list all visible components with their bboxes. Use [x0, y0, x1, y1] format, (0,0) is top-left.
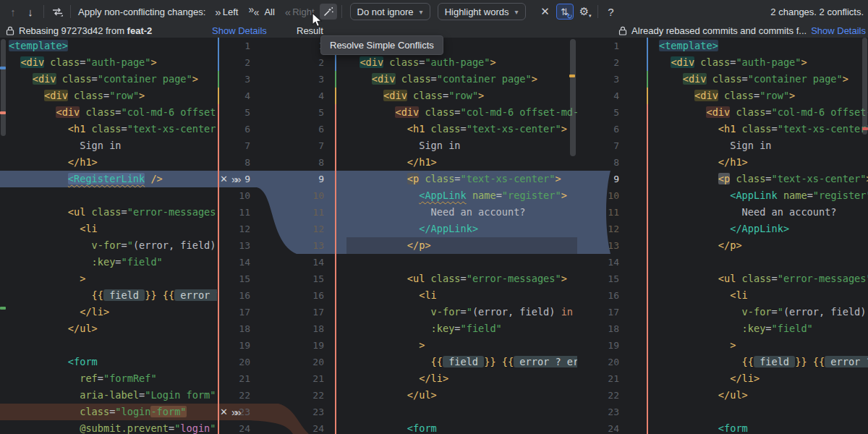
code-line[interactable]: Need an account?	[346, 204, 577, 221]
code-line[interactable]: {{ field }} {{ error ? error.join(', ') …	[346, 354, 577, 370]
code-line[interactable]: <ul class="error-messages">	[346, 271, 577, 287]
help-button[interactable]: ?	[603, 4, 620, 20]
code-line[interactable]: <h1 class="text-xs-center">	[651, 121, 868, 137]
change-tick[interactable]	[0, 111, 6, 114]
code-line[interactable]	[0, 187, 217, 204]
scrollbar-thumb[interactable]	[570, 39, 576, 156]
code-line[interactable]: <li	[651, 287, 868, 304]
result-editor-pane[interactable]: <template> <div class="auth-page"> <div …	[346, 38, 577, 434]
code-line[interactable]: <div class="auth-page">	[346, 54, 577, 71]
code-line[interactable]: </p>	[651, 237, 868, 254]
next-change-button[interactable]: ↓	[22, 4, 39, 20]
code-line[interactable]: <div class="container page">	[346, 71, 577, 88]
code-line[interactable]: <form	[346, 420, 577, 434]
code-line[interactable]: </p>	[346, 237, 577, 254]
code-line[interactable]: <form	[651, 420, 868, 434]
code-line[interactable]: aria-label="Login form"	[0, 387, 217, 404]
code-line[interactable]	[651, 404, 868, 420]
code-line[interactable]: Sign in	[0, 137, 217, 154]
code-line[interactable]: <template>	[0, 38, 217, 54]
code-line[interactable]: <ul class="error-messages">	[651, 271, 868, 287]
code-line[interactable]: </h1>	[0, 154, 217, 171]
code-line[interactable]: >	[346, 337, 577, 354]
apply-change-button[interactable]: »»	[231, 173, 242, 185]
code-line[interactable]: :key="field"	[0, 254, 217, 271]
right-scrollbar[interactable]	[862, 38, 868, 434]
code-line[interactable]: <div class="row">	[346, 88, 577, 104]
code-line[interactable]: ref="formRef"	[0, 370, 217, 387]
code-line[interactable]: <div class="row">	[0, 88, 217, 104]
result-scrollbar[interactable]	[569, 38, 576, 434]
change-tick[interactable]	[0, 67, 6, 69]
warning-tick[interactable]	[569, 75, 575, 77]
synchronize-scrolling-button[interactable]: ⇅ ↻	[556, 4, 574, 20]
code-line[interactable]: <div class="col-md-6 offset-md-3 col-xs-…	[346, 104, 577, 121]
previous-change-button[interactable]: ↑	[4, 4, 22, 20]
code-line[interactable]: Sign in	[651, 137, 868, 154]
code-line[interactable]: <div class="auth-page">	[651, 54, 868, 71]
code-line[interactable]: <AppLink name="register">	[651, 187, 868, 204]
apply-all-changes-button[interactable]	[48, 4, 66, 20]
settings-button[interactable]: ⚙ ▾	[576, 4, 593, 20]
right-show-details-link[interactable]: Show Details	[811, 25, 866, 36]
code-line[interactable]: </h1>	[651, 154, 868, 171]
code-line[interactable]: </li>	[0, 304, 217, 320]
left-scrollbar[interactable]	[0, 38, 6, 434]
code-line[interactable]: </ul>	[651, 387, 868, 404]
code-line[interactable]: <li	[346, 287, 577, 304]
code-line[interactable]: Need an account?	[651, 204, 868, 221]
code-line[interactable]: </ul>	[0, 320, 217, 337]
code-line[interactable]: v-for="(error, field) in errors"	[0, 237, 217, 254]
code-line[interactable]: <ul class="error-messages">	[0, 204, 217, 221]
left-show-details-link[interactable]: Show Details	[212, 23, 267, 38]
code-line[interactable]: <div class="row">	[651, 88, 868, 104]
code-line[interactable]: @submit.prevent="login"	[0, 420, 217, 434]
code-line[interactable]: <div class="container page">	[651, 71, 868, 88]
code-line[interactable]: {{ field }} {{ error ? error.join(', ') …	[0, 287, 217, 304]
apply-all-button[interactable]: » « All	[248, 6, 274, 17]
code-line[interactable]: </AppLink>	[346, 221, 577, 237]
highlight-mode-dropdown[interactable]: Highlight words ▾	[438, 3, 526, 20]
code-line[interactable]: </ul>	[346, 387, 577, 404]
code-line[interactable]	[0, 337, 217, 354]
code-line[interactable]: <li	[0, 221, 217, 237]
code-line[interactable]: {{ field }} {{ error ? error.join(', ') …	[651, 354, 868, 370]
code-line[interactable]: </AppLink>	[651, 221, 868, 237]
code-line[interactable]: >	[651, 337, 868, 354]
code-line[interactable]: </li>	[346, 370, 577, 387]
code-line[interactable]: </h1>	[346, 154, 577, 171]
code-line[interactable]: <AppLink name="register">	[346, 187, 577, 204]
scrollbar-thumb[interactable]	[1, 39, 6, 136]
code-line[interactable]: >	[0, 271, 217, 287]
code-line[interactable]	[651, 254, 868, 271]
code-line[interactable]: <h1 class="text-xs-center">	[0, 121, 217, 137]
code-line[interactable]: v-for="(error, field) in errors"	[651, 304, 868, 320]
code-line[interactable]	[346, 254, 577, 271]
left-editor-pane[interactable]: <template> <div class="auth-page"> <div …	[0, 38, 217, 434]
code-line[interactable]: <h1 class="text-xs-center">	[346, 121, 577, 137]
code-line[interactable]: <RegisterLink />	[0, 171, 217, 187]
code-line[interactable]: <form	[0, 354, 217, 370]
code-line[interactable]: <p class="text-xs-center">	[651, 171, 868, 187]
code-line[interactable]: <div class="col-md-6 offset-md-3 col-xs-…	[651, 104, 868, 121]
ignore-change-button[interactable]: ✕	[220, 407, 228, 417]
change-tick[interactable]	[0, 307, 6, 310]
code-line[interactable]	[346, 404, 577, 420]
apply-change-button[interactable]: »»	[231, 406, 242, 418]
code-line[interactable]: v-for="(error, field) in errors"	[346, 304, 577, 320]
code-line[interactable]: <div class="container page">	[0, 71, 217, 88]
ignore-change-button[interactable]: ✕	[220, 174, 228, 184]
code-line[interactable]: Sign in	[346, 137, 577, 154]
code-line[interactable]: :key="field"	[346, 320, 577, 337]
code-line[interactable]: <div class="auth-page">	[0, 54, 217, 71]
code-line[interactable]: :key="field"	[651, 320, 868, 337]
apply-left-button[interactable]: » Left	[215, 6, 238, 18]
code-line[interactable]: <div class="col-md-6 offset-md-3 col-xs-…	[0, 104, 217, 121]
ignore-policy-dropdown[interactable]: Do not ignore ▾	[350, 3, 430, 20]
scrollbar-thumb[interactable]	[862, 38, 867, 135]
code-line[interactable]: class="login-form"	[0, 404, 217, 420]
right-editor-pane[interactable]: <template> <div class="auth-page"> <div …	[651, 38, 868, 434]
code-line[interactable]: <p class="text-xs-center">	[346, 171, 577, 187]
code-line[interactable]: <template>	[651, 38, 868, 54]
error-tick[interactable]	[862, 127, 868, 130]
